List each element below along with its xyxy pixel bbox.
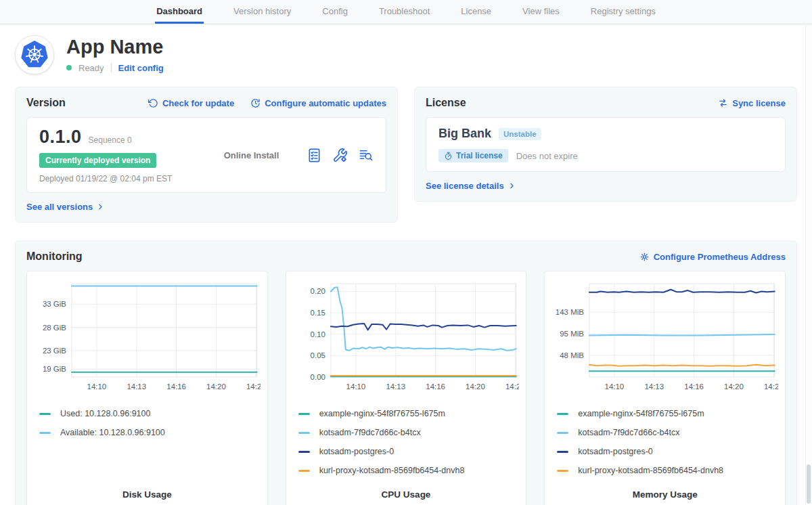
disk-usage-chart: 14:1014:1314:1614:2014:2319 GiB23 GiB28 … — [34, 278, 261, 395]
install-type-label: Online Install — [196, 150, 307, 160]
svg-text:14:13: 14:13 — [386, 382, 405, 391]
svg-text:23 GiB: 23 GiB — [43, 347, 66, 355]
configure-prometheus-button[interactable]: Configure Prometheus Address — [639, 252, 786, 262]
legend-swatch — [557, 432, 568, 434]
legend-swatch — [557, 413, 568, 415]
configure-automatic-updates-label: Configure automatic updates — [265, 98, 386, 108]
memory-usage-card: 14:1014:1314:1614:2014:2348 MiB95 MiB143… — [544, 271, 786, 505]
check-for-update-button[interactable]: Check for update — [148, 98, 234, 108]
see-license-details-link[interactable]: See license details — [426, 181, 516, 191]
cpu-usage-chart: 14:1014:1314:1614:2014:230.000.050.100.1… — [293, 278, 520, 395]
tab-dashboard[interactable]: Dashboard — [155, 1, 204, 24]
chart-title: Memory Usage — [551, 480, 778, 505]
version-card: Version Check for update Configure autom… — [15, 87, 398, 223]
disk-usage-legend: Used: 10.128.0.96:9100 Available: 10.128… — [34, 404, 261, 442]
see-all-versions-label: See all versions — [26, 202, 93, 212]
configure-automatic-updates-button[interactable]: Configure automatic updates — [250, 98, 386, 108]
svg-text:0.15: 0.15 — [310, 309, 325, 317]
scrollbar-thumb[interactable] — [807, 464, 811, 504]
license-details-card: Big Bank Unstable Trial license Does not… — [426, 117, 786, 172]
top-nav: Dashboard Version history Config Trouble… — [0, 0, 812, 24]
legend-item: kurl-proxy-kotsadm-8569fb6454-dnvh8 — [556, 461, 774, 480]
license-card-title: License — [426, 97, 466, 109]
svg-text:143 MiB: 143 MiB — [556, 308, 584, 316]
svg-text:14:23: 14:23 — [764, 382, 778, 391]
see-license-details-label: See license details — [426, 181, 504, 191]
svg-text:14:16: 14:16 — [166, 382, 186, 391]
chevron-right-icon — [97, 203, 104, 211]
page-title: App Name — [66, 37, 164, 58]
monitoring-title: Monitoring — [26, 250, 83, 263]
memory-usage-chart: 14:1014:1314:1614:2014:2348 MiB95 MiB143… — [551, 278, 778, 395]
legend-swatch — [39, 413, 51, 415]
dashboard-page: Dashboard Version history Config Trouble… — [0, 0, 812, 505]
svg-text:95 MiB: 95 MiB — [560, 330, 585, 338]
stopwatch-icon — [444, 152, 453, 160]
svg-text:0.20: 0.20 — [310, 287, 325, 295]
legend-item: kotsadm-7f9dc7d66c-b4tcx — [297, 423, 516, 442]
clock-update-icon — [250, 98, 261, 108]
version-card-title: Version — [26, 97, 66, 109]
deployed-badge: Currently deployed version — [39, 153, 156, 168]
status-badge: Ready — [78, 63, 104, 73]
legend-label: Used: 10.128.0.96:9100 — [60, 409, 150, 418]
svg-text:14:16: 14:16 — [426, 382, 445, 391]
check-for-update-label: Check for update — [162, 98, 234, 108]
legend-label: example-nginx-54f8f76755-l675m — [319, 409, 445, 418]
svg-text:0.05: 0.05 — [310, 351, 325, 359]
svg-text:0.10: 0.10 — [310, 330, 325, 338]
legend-swatch — [298, 451, 310, 453]
svg-text:14:13: 14:13 — [645, 382, 664, 391]
tab-view-files[interactable]: View files — [521, 1, 561, 24]
legend-label: kotsadm-postgres-0 — [578, 447, 652, 456]
see-all-versions-link[interactable]: See all versions — [26, 202, 104, 212]
chevron-right-icon — [508, 182, 516, 190]
current-version-card: 0.1.0 Sequence 0 Currently deployed vers… — [26, 117, 386, 193]
svg-text:14:10: 14:10 — [87, 382, 107, 391]
scrollbar-track[interactable] — [805, 25, 812, 505]
config-tools-icon[interactable] — [332, 148, 348, 163]
svg-text:14:23: 14:23 — [246, 382, 261, 391]
tab-registry-settings[interactable]: Registry settings — [589, 1, 657, 24]
legend-item: Used: 10.128.0.96:9100 — [38, 404, 256, 423]
deploy-logs-icon[interactable] — [358, 148, 374, 163]
legend-label: kurl-proxy-kotsadm-8569fb6454-dnvh8 — [319, 466, 465, 475]
legend-swatch — [557, 451, 568, 453]
sync-license-button[interactable]: Sync license — [718, 98, 786, 108]
svg-text:14:10: 14:10 — [346, 382, 365, 391]
legend-label: kurl-proxy-kotsadm-8569fb6454-dnvh8 — [578, 466, 723, 475]
svg-text:19 GiB: 19 GiB — [43, 365, 66, 373]
legend-label: kotsadm-7f9dc7d66c-b4tcx — [578, 428, 679, 437]
configure-prometheus-label: Configure Prometheus Address — [654, 252, 786, 262]
version-number: 0.1.0 — [39, 127, 82, 148]
svg-text:14:16: 14:16 — [685, 382, 704, 391]
cpu-usage-card: 14:1014:1314:1614:2014:230.000.050.100.1… — [286, 271, 527, 505]
legend-swatch — [298, 413, 310, 415]
tab-version-history[interactable]: Version history — [232, 1, 292, 24]
svg-text:14:10: 14:10 — [605, 382, 625, 391]
svg-text:14:13: 14:13 — [127, 382, 146, 391]
refresh-icon — [148, 98, 158, 108]
cpu-usage-legend: example-nginx-54f8f76755-l675m kotsadm-7… — [293, 404, 520, 480]
legend-swatch — [298, 432, 310, 434]
svg-text:33 GiB: 33 GiB — [43, 300, 66, 308]
tab-config[interactable]: Config — [321, 1, 349, 24]
legend-item: kotsadm-7f9dc7d66c-b4tcx — [556, 423, 774, 442]
legend-label: example-nginx-54f8f76755-l675m — [578, 409, 704, 418]
legend-item: example-nginx-54f8f76755-l675m — [297, 404, 516, 423]
tab-license[interactable]: License — [459, 1, 493, 24]
app-logo — [15, 35, 54, 74]
divider — [111, 63, 112, 72]
tab-troubleshoot[interactable]: Troubleshoot — [378, 1, 431, 24]
svg-text:14:20: 14:20 — [724, 382, 744, 391]
legend-label: Available: 10.128.0.96:9100 — [60, 428, 165, 437]
trial-license-badge: Trial license — [438, 149, 508, 162]
preflight-checks-icon[interactable] — [307, 148, 322, 163]
svg-text:0.00: 0.00 — [310, 373, 325, 381]
edit-config-link[interactable]: Edit config — [118, 63, 164, 73]
legend-item: kurl-proxy-kotsadm-8569fb6454-dnvh8 — [297, 461, 516, 480]
trial-license-label: Trial license — [456, 151, 503, 160]
legend-item: Available: 10.128.0.96:9100 — [38, 423, 256, 442]
charts-row: 14:1014:1314:1614:2014:2319 GiB23 GiB28 … — [26, 271, 786, 505]
svg-text:48 MiB: 48 MiB — [560, 351, 585, 359]
